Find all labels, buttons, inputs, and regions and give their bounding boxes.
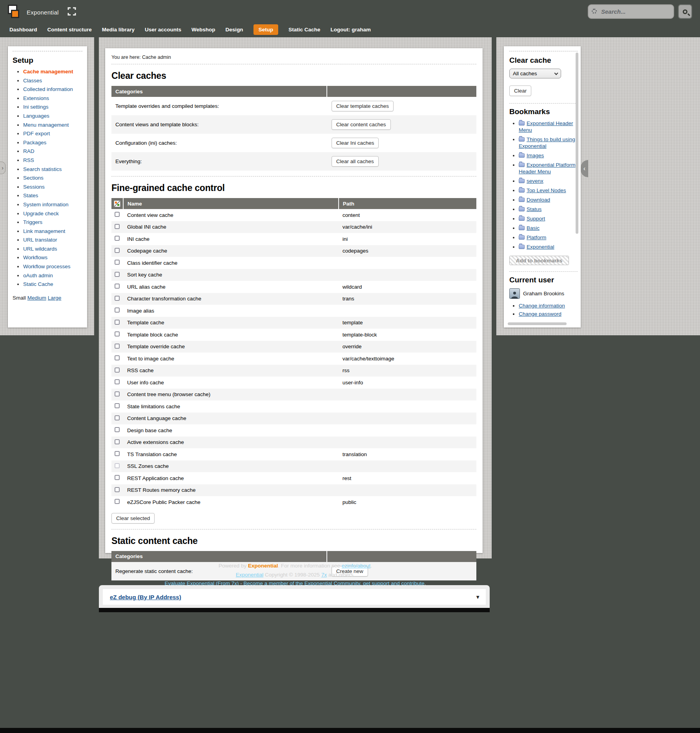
select-invert-icon[interactable] xyxy=(114,200,120,207)
checkbox-template-override-cache[interactable] xyxy=(115,344,120,349)
checkbox-state-limitations-cache[interactable] xyxy=(115,403,120,408)
change-information-link[interactable]: Change information xyxy=(519,303,565,309)
sidebar-item-classes[interactable]: Classes xyxy=(23,78,42,84)
checkbox-design-base-cache[interactable] xyxy=(115,427,120,432)
bookmark-link-basic[interactable]: Basic xyxy=(527,225,540,231)
bookmark-link-status[interactable]: Status xyxy=(527,206,541,212)
folder-icon xyxy=(519,137,525,142)
nav-item-design[interactable]: Design xyxy=(226,27,243,33)
footer-7x-link[interactable]: 7x xyxy=(321,572,327,578)
sidebar-item-url-wildcards[interactable]: URL wildcards xyxy=(23,246,57,252)
nav-item-user-accounts[interactable]: User accounts xyxy=(145,27,181,33)
clear-template-caches-button[interactable]: Clear template caches xyxy=(332,101,394,111)
bookmark-link-exponential-platform-header-menu[interactable]: Exponential Platform Header Menu xyxy=(519,162,576,175)
clear-ini-caches-button[interactable]: Clear Ini caches xyxy=(332,138,379,148)
sidebar-item-workflows[interactable]: Workflows xyxy=(23,255,47,260)
checkbox-rest-application-cache[interactable] xyxy=(115,475,120,480)
sidebar-item-rss[interactable]: RSS xyxy=(23,157,34,163)
cache-name: Template override cache xyxy=(123,341,339,353)
bookmark-link-download[interactable]: Download xyxy=(527,197,550,203)
clear-content-caches-button[interactable]: Clear content caches xyxy=(332,119,391,130)
checkbox-ini-cache[interactable] xyxy=(115,236,120,241)
bookmark-link-exponential[interactable]: Exponential xyxy=(527,244,554,250)
sidebar-list-item: URL translator xyxy=(23,237,82,243)
sidebar-item-pdf-export[interactable]: PDF export xyxy=(23,131,50,136)
fullscreen-icon[interactable] xyxy=(67,7,76,17)
cache-type-select[interactable]: All caches xyxy=(509,69,561,78)
checkbox-content-view-cache[interactable] xyxy=(115,212,120,217)
sidebar-item-static-cache[interactable]: Static Cache xyxy=(23,281,53,287)
sidebar-item-system-information[interactable]: System information xyxy=(23,202,69,207)
sidebar-item-url-translator[interactable]: URL translator xyxy=(23,237,57,243)
sidebar-item-workflow-processes[interactable]: Workflow processes xyxy=(23,264,71,269)
clear-selected-button[interactable]: Clear selected xyxy=(111,513,155,524)
checkbox-user-info-cache[interactable] xyxy=(115,379,120,384)
sidebar-item-link-management[interactable]: Link management xyxy=(23,228,65,234)
checkbox-class-identifier-cache[interactable] xyxy=(115,260,120,265)
sidebar-item-cache-management[interactable]: Cache management xyxy=(23,69,73,75)
sidebar-item-rad[interactable]: RAD xyxy=(23,148,35,154)
nav-item-dashboard[interactable]: Dashboard xyxy=(9,27,37,33)
sidebar-item-menu-management[interactable]: Menu management xyxy=(23,122,69,128)
nav-item-logout-graham[interactable]: Logout: graham xyxy=(330,27,371,33)
footer-ezinfo-link[interactable]: ezinfo/about xyxy=(342,563,371,569)
checkbox-codepage-cache[interactable] xyxy=(115,248,120,253)
change-password-link[interactable]: Change password xyxy=(519,311,561,317)
collapse-left-handle[interactable]: › xyxy=(0,162,5,174)
clear-cache-button[interactable]: Clear xyxy=(509,85,531,96)
checkbox-image-alias[interactable] xyxy=(115,307,120,313)
bookmark-link-exponential-header-menu[interactable]: Exponential Header Menu xyxy=(519,120,573,133)
nav-item-webshop[interactable]: Webshop xyxy=(191,27,215,33)
bookmark-item: Exponential Platform Header Menu xyxy=(519,162,578,175)
debug-toggle-icon[interactable]: ▼ xyxy=(475,594,480,600)
bookmark-link-top-level-nodes[interactable]: Top Level Nodes xyxy=(527,187,566,193)
sidebar-item-oauth-admin[interactable]: oAuth admin xyxy=(23,273,53,278)
horizontal-scrollbar[interactable] xyxy=(508,322,567,325)
clear-all-caches-button[interactable]: Clear all caches xyxy=(332,156,379,167)
sidebar-item-search-statistics[interactable]: Search statistics xyxy=(23,166,62,172)
cache-path xyxy=(339,400,476,413)
checkbox-ts-translation-cache[interactable] xyxy=(115,451,120,456)
bookmark-link-support[interactable]: Support xyxy=(527,216,545,222)
sidebar-item-languages[interactable]: Languages xyxy=(23,113,49,119)
nav-item-static-cache[interactable]: Static Cache xyxy=(288,27,320,33)
sidebar-item-upgrade-check[interactable]: Upgrade check xyxy=(23,211,59,216)
sidebar-item-packages[interactable]: Packages xyxy=(23,140,46,146)
size-link-large[interactable]: Large xyxy=(48,295,62,301)
search-input[interactable] xyxy=(588,4,674,19)
sidebar-item-extensions[interactable]: Extensions xyxy=(23,95,49,101)
search-button[interactable] xyxy=(678,4,692,19)
bookmark-link-things-to-build-using-exponential[interactable]: Things to build using Exponential xyxy=(519,136,575,149)
sidebar-item-states[interactable]: States xyxy=(23,193,38,198)
debug-title-link[interactable]: eZ debug (By IP Address) xyxy=(110,594,181,600)
sidebar-item-sessions[interactable]: Sessions xyxy=(23,184,45,190)
sidebar-item-triggers[interactable]: Triggers xyxy=(23,219,42,225)
checkbox-global-ini-cache[interactable] xyxy=(115,224,120,229)
bookmark-link-images[interactable]: Images xyxy=(527,153,544,158)
bookmark-link-sevenx[interactable]: sevenx xyxy=(527,178,543,184)
nav-item-media-library[interactable]: Media library xyxy=(102,27,135,33)
sidebar-item-collected-information[interactable]: Collected information xyxy=(23,86,73,92)
sidebar-item-ini-settings[interactable]: Ini settings xyxy=(23,104,49,110)
checkbox-character-transformation-cache[interactable] xyxy=(115,296,120,301)
cache-path: var/cache/ini xyxy=(339,221,476,233)
checkbox-url-alias-cache[interactable] xyxy=(115,284,120,289)
checkbox-content-tree-menu-browser-cache[interactable] xyxy=(115,391,120,397)
sidebar-item-sections[interactable]: Sections xyxy=(23,175,44,181)
checkbox-ezjscore-public-packer-cache[interactable] xyxy=(115,499,120,504)
footer-exponential-link[interactable]: Exponential xyxy=(236,572,264,578)
checkbox-rest-routes-memory-cache[interactable] xyxy=(115,487,120,492)
checkbox-rss-cache[interactable] xyxy=(115,367,120,373)
size-link-medium[interactable]: Medium xyxy=(27,295,46,301)
checkbox-text-to-image-cache[interactable] xyxy=(115,355,120,360)
checkbox-template-block-cache[interactable] xyxy=(115,331,120,336)
checkbox-active-extensions-cache[interactable] xyxy=(115,439,120,444)
nav-item-content-structure[interactable]: Content structure xyxy=(47,27,92,33)
folder-icon xyxy=(519,179,525,183)
nav-item-setup[interactable]: Setup xyxy=(253,24,279,35)
checkbox-sort-key-cache[interactable] xyxy=(115,272,120,277)
checkbox-content-language-cache[interactable] xyxy=(115,415,120,420)
vertical-scrollbar[interactable] xyxy=(576,53,578,234)
checkbox-template-cache[interactable] xyxy=(115,320,120,325)
bookmark-link-platform[interactable]: Platform xyxy=(527,235,546,240)
